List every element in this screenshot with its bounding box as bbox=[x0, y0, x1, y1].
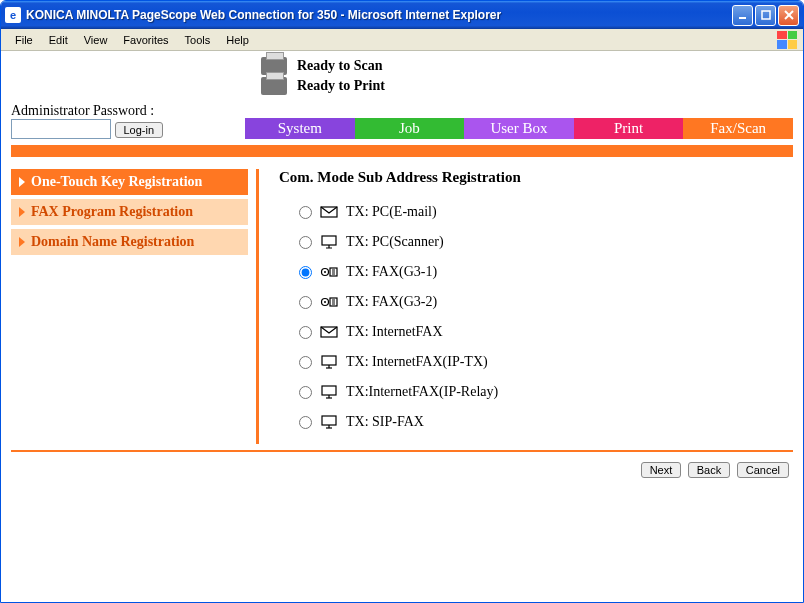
pc-icon bbox=[320, 415, 338, 429]
pc-icon bbox=[320, 385, 338, 399]
menu-help[interactable]: Help bbox=[218, 32, 257, 48]
window-controls bbox=[732, 5, 799, 26]
commode-option-label: TX: PC(E-mail) bbox=[346, 204, 437, 220]
ie-icon: e bbox=[5, 7, 21, 23]
sidebar-item-label: FAX Program Registration bbox=[31, 204, 193, 220]
sidebar-item-label: One-Touch Key Registration bbox=[31, 174, 202, 190]
device-status: Ready to Scan Ready to Print bbox=[261, 57, 793, 95]
sidebar-item-faxprogram[interactable]: FAX Program Registration bbox=[11, 199, 248, 225]
chevron-right-icon bbox=[19, 177, 25, 187]
sidebar: One-Touch Key Registration FAX Program R… bbox=[11, 169, 259, 444]
menu-favorites[interactable]: Favorites bbox=[115, 32, 176, 48]
commode-radio[interactable] bbox=[299, 296, 312, 309]
nav-system[interactable]: System bbox=[245, 118, 355, 139]
sidebar-item-onetouch[interactable]: One-Touch Key Registration bbox=[11, 169, 248, 195]
nav-print[interactable]: Print bbox=[574, 118, 684, 139]
commode-option[interactable]: TX: InternetFAX bbox=[299, 324, 793, 340]
login-button[interactable]: Log-in bbox=[115, 122, 164, 138]
commode-radio[interactable] bbox=[299, 386, 312, 399]
svg-rect-27 bbox=[322, 416, 336, 425]
footer-buttons: Next Back Cancel bbox=[11, 462, 793, 478]
app-window: e KONICA MINOLTA PageScope Web Connectio… bbox=[0, 0, 804, 603]
commode-option-label: TX: FAX(G3-2) bbox=[346, 294, 437, 310]
mail-icon bbox=[320, 325, 338, 339]
commode-option-label: TX:InternetFAX(IP-Relay) bbox=[346, 384, 498, 400]
panel-title: Com. Mode Sub Address Registration bbox=[279, 169, 793, 186]
commode-radio[interactable] bbox=[299, 236, 312, 249]
fax-icon bbox=[320, 265, 338, 279]
divider-bar bbox=[11, 145, 793, 157]
commode-option-label: TX: PC(Scanner) bbox=[346, 234, 444, 250]
commode-option[interactable]: TX:InternetFAX(IP-Relay) bbox=[299, 384, 793, 400]
commode-radio[interactable] bbox=[299, 206, 312, 219]
titlebar: e KONICA MINOLTA PageScope Web Connectio… bbox=[1, 1, 803, 29]
mail-icon bbox=[320, 205, 338, 219]
back-button[interactable]: Back bbox=[688, 462, 730, 478]
minimize-button[interactable] bbox=[732, 5, 753, 26]
login-box: Administrator Password : Log-in bbox=[11, 103, 231, 139]
divider-line bbox=[11, 450, 793, 452]
svg-rect-24 bbox=[322, 386, 336, 395]
next-button[interactable]: Next bbox=[641, 462, 682, 478]
chevron-right-icon bbox=[19, 237, 25, 247]
commode-option[interactable]: TX: InternetFAX(IP-TX) bbox=[299, 354, 793, 370]
svg-rect-5 bbox=[322, 236, 336, 245]
pc-icon bbox=[320, 355, 338, 369]
commode-option-label: TX: FAX(G3-1) bbox=[346, 264, 437, 280]
commode-option-label: TX: InternetFAX bbox=[346, 324, 443, 340]
fax-icon bbox=[320, 295, 338, 309]
printer-icon bbox=[261, 77, 287, 95]
sidebar-item-domainname[interactable]: Domain Name Registration bbox=[11, 229, 248, 255]
menu-edit[interactable]: Edit bbox=[41, 32, 76, 48]
commode-option[interactable]: TX: SIP-FAX bbox=[299, 414, 793, 430]
menu-view[interactable]: View bbox=[76, 32, 116, 48]
window-title: KONICA MINOLTA PageScope Web Connection … bbox=[26, 8, 732, 22]
admin-password-label: Administrator Password : bbox=[11, 103, 231, 119]
maximize-button[interactable] bbox=[755, 5, 776, 26]
nav-job[interactable]: Job bbox=[355, 118, 465, 139]
commode-radio[interactable] bbox=[299, 326, 312, 339]
page-content: Ready to Scan Ready to Print Administrat… bbox=[1, 51, 803, 602]
commode-radio[interactable] bbox=[299, 416, 312, 429]
commode-radio[interactable] bbox=[299, 266, 312, 279]
chevron-right-icon bbox=[19, 207, 25, 217]
commode-option[interactable]: TX: FAX(G3-2) bbox=[299, 294, 793, 310]
commode-option[interactable]: TX: PC(E-mail) bbox=[299, 204, 793, 220]
windows-flag-icon bbox=[777, 31, 797, 49]
svg-rect-21 bbox=[322, 356, 336, 365]
top-nav: System Job User Box Print Fax/Scan bbox=[245, 118, 793, 139]
commode-option[interactable]: TX: PC(Scanner) bbox=[299, 234, 793, 250]
main-panel: Com. Mode Sub Address Registration TX: P… bbox=[259, 169, 793, 444]
admin-password-input[interactable] bbox=[11, 119, 111, 139]
commode-option-label: TX: SIP-FAX bbox=[346, 414, 424, 430]
close-button[interactable] bbox=[778, 5, 799, 26]
status-print: Ready to Print bbox=[297, 78, 385, 94]
status-scan: Ready to Scan bbox=[297, 58, 383, 74]
svg-rect-1 bbox=[762, 11, 770, 19]
svg-point-15 bbox=[324, 301, 326, 303]
svg-point-9 bbox=[324, 271, 326, 273]
menu-tools[interactable]: Tools bbox=[177, 32, 219, 48]
menu-file[interactable]: File bbox=[7, 32, 41, 48]
commode-option[interactable]: TX: FAX(G3-1) bbox=[299, 264, 793, 280]
cancel-button[interactable]: Cancel bbox=[737, 462, 789, 478]
menubar: File Edit View Favorites Tools Help bbox=[1, 29, 803, 51]
nav-faxscan[interactable]: Fax/Scan bbox=[683, 118, 793, 139]
nav-userbox[interactable]: User Box bbox=[464, 118, 574, 139]
commode-option-label: TX: InternetFAX(IP-TX) bbox=[346, 354, 488, 370]
pc-icon bbox=[320, 235, 338, 249]
commode-radio[interactable] bbox=[299, 356, 312, 369]
sidebar-item-label: Domain Name Registration bbox=[31, 234, 194, 250]
